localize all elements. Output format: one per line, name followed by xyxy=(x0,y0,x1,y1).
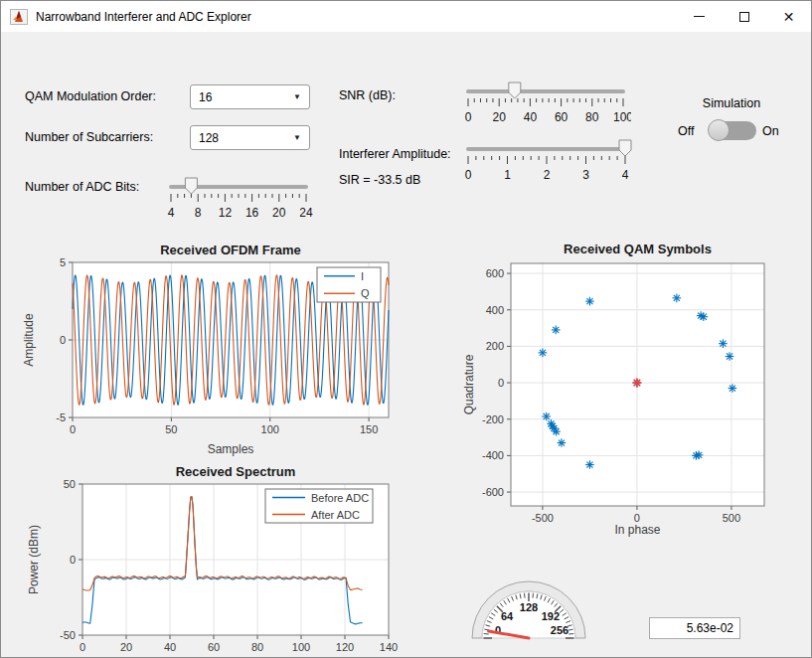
legend-label: Before ADC xyxy=(311,492,369,504)
x-tick-label: 80 xyxy=(251,641,263,653)
x-tick-label: 20 xyxy=(120,641,132,653)
gauge-tick-label: 64 xyxy=(501,610,514,622)
slider-thumb[interactable] xyxy=(185,178,197,194)
chart-title: Received QAM Symbols xyxy=(564,242,712,256)
subcarriers-value: 128 xyxy=(199,131,293,145)
app-body: QAM Modulation Order: 16 ▼ Number of Sub… xyxy=(1,32,812,658)
y-axis-label: Amplitude xyxy=(22,313,36,367)
qam-order-dropdown[interactable]: 16 ▼ xyxy=(190,84,310,109)
adc-bits-label: Number of ADC Bits: xyxy=(25,180,139,194)
y-tick-label: -600 xyxy=(482,486,504,498)
x-tick-label: 0 xyxy=(70,423,76,435)
scatter-marker xyxy=(700,312,709,321)
ber-field[interactable] xyxy=(649,617,740,639)
slider-thumb[interactable] xyxy=(509,82,521,98)
app-window: Narrowband Interferer and ADC Explorer ✕… xyxy=(0,0,812,658)
slider-tick-label: 24 xyxy=(299,206,313,220)
x-tick-label: -500 xyxy=(532,512,554,524)
y-tick-label: -400 xyxy=(482,449,504,461)
minimize-button[interactable] xyxy=(677,1,722,32)
slider-tick-label: 20 xyxy=(493,110,507,124)
y-axis-label: Power (dBm) xyxy=(27,525,41,594)
close-button[interactable]: ✕ xyxy=(766,1,811,32)
chevron-down-icon: ▼ xyxy=(293,133,301,142)
y-tick-label: 50 xyxy=(64,478,76,490)
x-axis-label: Samples xyxy=(208,442,254,456)
slider-tick-label: 1 xyxy=(504,168,511,182)
slider-thumb[interactable] xyxy=(619,140,631,156)
slider-tick-label: 0 xyxy=(465,168,472,182)
slider-tick-label: 4 xyxy=(622,168,629,182)
window-title: Narrowband Interferer and ADC Explorer xyxy=(36,10,251,24)
gauge-tick-label: 128 xyxy=(520,601,538,613)
slider-tick-label: 16 xyxy=(245,206,259,220)
x-tick-label: 120 xyxy=(336,641,354,653)
x-tick-label: 40 xyxy=(164,641,176,653)
matlab-logo-icon xyxy=(10,9,28,25)
scatter-marker xyxy=(719,339,728,348)
legend-box xyxy=(317,267,381,302)
chart-title: Received Spectrum xyxy=(176,464,296,479)
scatter-marker xyxy=(558,438,567,447)
scatter-marker xyxy=(673,294,682,303)
scatter-marker xyxy=(585,460,594,469)
scatter-marker xyxy=(539,349,548,358)
slider-tick-label: 60 xyxy=(555,110,568,124)
x-tick-label: 100 xyxy=(261,423,279,435)
slider-tick-label: 100 xyxy=(613,110,631,124)
legend-label: I xyxy=(361,270,364,282)
legend-label: Q xyxy=(361,287,370,299)
qam-order-value: 16 xyxy=(199,90,293,104)
y-tick-label: 0 xyxy=(60,334,66,346)
slider-tick-label: 80 xyxy=(585,110,599,124)
simulation-toggle-knob[interactable] xyxy=(708,119,730,141)
title-bar: Narrowband Interferer and ADC Explorer ✕ xyxy=(1,1,811,32)
qam-symbols-chart: -5000500-600-400-2000200400600Received Q… xyxy=(453,237,812,547)
ofdm-frame-chart: 050100150-505Received OFDM FrameSamplesA… xyxy=(21,241,410,471)
scatter-marker xyxy=(695,451,704,460)
subcarriers-dropdown[interactable]: 128 ▼ xyxy=(190,125,310,150)
scatter-marker xyxy=(585,297,594,306)
x-axis-label: In phase xyxy=(614,523,660,537)
scatter-marker xyxy=(552,326,561,335)
chevron-down-icon: ▼ xyxy=(293,92,301,101)
snr-slider[interactable]: 020406080100 xyxy=(460,79,631,126)
scatter-marker xyxy=(726,352,734,361)
slider-tick-label: 20 xyxy=(272,206,286,220)
spectrum-chart: 020406080100120140-50050Received Spectru… xyxy=(21,461,438,658)
scatter-marker xyxy=(542,412,551,421)
x-tick-label: 100 xyxy=(292,641,310,653)
simulation-label: Simulation xyxy=(692,96,771,110)
slider-tick-label: 3 xyxy=(582,168,589,182)
slider-tick-label: 2 xyxy=(544,168,551,182)
gauge-tick-label: 256 xyxy=(551,624,568,636)
legend-label: After ADC xyxy=(311,509,360,521)
snr-label: SNR (dB): xyxy=(339,88,396,102)
y-tick-label: 400 xyxy=(486,304,504,316)
adc-bits-slider[interactable]: 4812162024 xyxy=(163,174,314,222)
bit-errors-gauge: 064128192256 xyxy=(454,569,603,658)
maximize-button[interactable] xyxy=(722,1,766,32)
scatter-marker xyxy=(729,384,737,393)
chart-title: Received OFDM Frame xyxy=(160,243,301,257)
y-tick-label: -5 xyxy=(56,411,66,423)
y-axis-label: Quadrature xyxy=(462,354,476,414)
scatter-marker xyxy=(632,378,641,387)
slider-tick-label: 12 xyxy=(219,206,233,220)
slider-tick-label: 0 xyxy=(465,110,472,124)
qam-order-label: QAM Modulation Order: xyxy=(25,89,156,103)
y-tick-label: 0 xyxy=(70,554,76,566)
y-tick-label: 600 xyxy=(486,267,504,279)
x-tick-label: 140 xyxy=(380,641,398,653)
gauge-tick-label: 192 xyxy=(542,610,560,622)
toggle-on-label: On xyxy=(762,124,779,138)
toggle-off-label: Off xyxy=(678,124,694,138)
interferer-amplitude-slider[interactable]: 01234 xyxy=(460,136,635,184)
sir-value-label: SIR = -33.5 dB xyxy=(339,173,420,187)
y-tick-label: 5 xyxy=(60,256,66,268)
y-tick-label: -50 xyxy=(60,629,76,641)
slider-tick-label: 8 xyxy=(195,206,202,220)
maximize-icon xyxy=(739,12,749,22)
x-tick-label: 150 xyxy=(360,423,378,435)
close-icon: ✕ xyxy=(783,10,795,24)
